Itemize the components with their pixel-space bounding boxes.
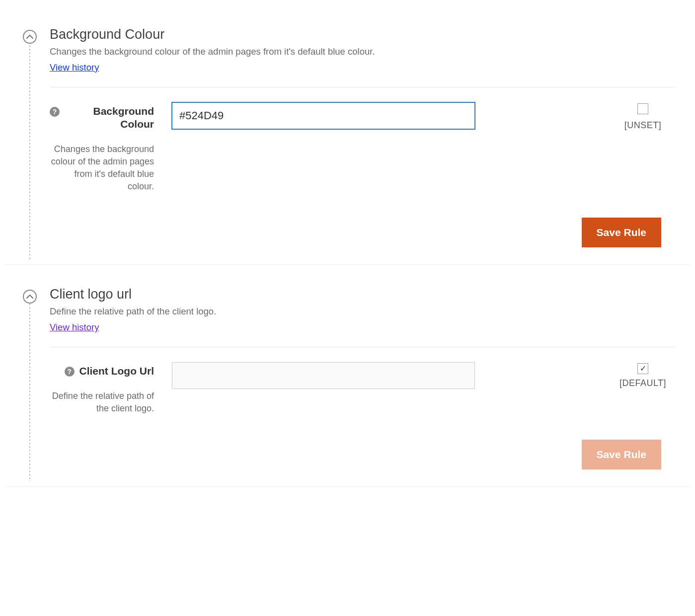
- collapse-toggle-icon[interactable]: [23, 290, 37, 304]
- section-title: Background Colour: [50, 27, 675, 42]
- background-colour-input[interactable]: [172, 102, 475, 129]
- field-description: Changes the background colour of the adm…: [50, 143, 154, 193]
- field-label: Client Logo Url: [79, 365, 154, 378]
- field-description: Define the relative path of the client l…: [50, 390, 154, 415]
- section-timeline-line: [29, 304, 30, 481]
- section-client-logo-url: Client logo url Define the relative path…: [5, 265, 690, 487]
- view-history-link[interactable]: View history: [50, 62, 99, 73]
- form-row-client-logo-url: ? Client Logo Url Define the relative pa…: [50, 347, 675, 415]
- help-icon[interactable]: ?: [65, 367, 75, 377]
- chevron-up-icon: [26, 34, 33, 39]
- status-label: [DEFAULT]: [611, 378, 675, 388]
- help-icon[interactable]: ?: [50, 107, 60, 117]
- section-description: Define the relative path of the client l…: [50, 306, 675, 317]
- section-background-colour: Background Colour Changes the background…: [5, 5, 690, 265]
- section-title: Client logo url: [50, 287, 675, 302]
- collapse-toggle-icon[interactable]: [23, 30, 37, 44]
- unset-checkbox[interactable]: [637, 103, 648, 114]
- view-history-link[interactable]: View history: [50, 322, 99, 333]
- client-logo-url-input[interactable]: [172, 362, 475, 389]
- save-rule-button: Save Rule: [582, 440, 661, 469]
- chevron-up-icon: [26, 294, 33, 299]
- section-timeline-line: [29, 44, 30, 259]
- form-row-background-colour: ? Background Colour Changes the backgrou…: [50, 87, 675, 193]
- section-description: Changes the background colour of the adm…: [50, 46, 675, 57]
- status-label: [UNSET]: [611, 120, 675, 131]
- default-checkbox[interactable]: [637, 363, 648, 374]
- save-rule-button[interactable]: Save Rule: [582, 218, 661, 247]
- field-label: Background Colour: [65, 105, 154, 131]
